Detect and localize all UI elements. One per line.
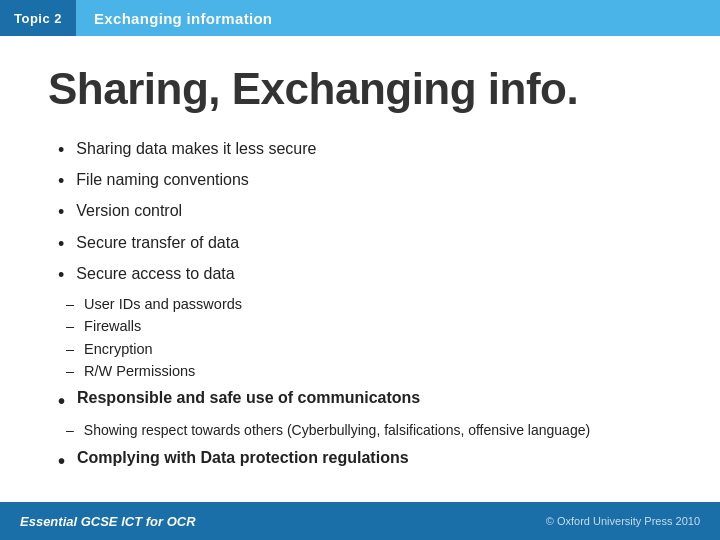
sub-list-item: R/W Permissions [66,361,672,381]
sub-list-item: Firewalls [66,316,672,336]
responsible-bullet-list: Responsible and safe use of communicaton… [58,387,672,415]
page-title: Sharing, Exchanging info. [48,64,672,114]
header-bar: Topic 2 Exchanging information [0,0,720,36]
header-title: Exchanging information [76,10,272,27]
bullet-list: Sharing data makes it less secure File n… [58,138,672,288]
footer-left: Essential GCSE ICT for OCR [20,514,196,529]
footer-right: © Oxford University Press 2010 [546,515,700,527]
responsible-list-item: Responsible and safe use of communicaton… [58,387,672,415]
list-item: Sharing data makes it less secure [58,138,672,163]
list-item: Secure access to data [58,263,672,288]
sub-list-item: User IDs and passwords [66,294,672,314]
sub-list-item: Encryption [66,339,672,359]
topic-badge: Topic 2 [0,0,76,36]
complying-bullet-list: Complying with Data protection regulatio… [58,447,672,475]
list-item: File naming conventions [58,169,672,194]
sub-list: User IDs and passwords Firewalls Encrypt… [66,294,672,381]
main-content: Sharing, Exchanging info. Sharing data m… [0,36,720,501]
list-item: Version control [58,200,672,225]
footer: Essential GCSE ICT for OCR © Oxford Univ… [0,502,720,540]
responsible-sub: Showing respect towards others (Cyberbul… [66,421,672,441]
list-item: Secure transfer of data [58,232,672,257]
complying-list-item: Complying with Data protection regulatio… [58,447,672,475]
